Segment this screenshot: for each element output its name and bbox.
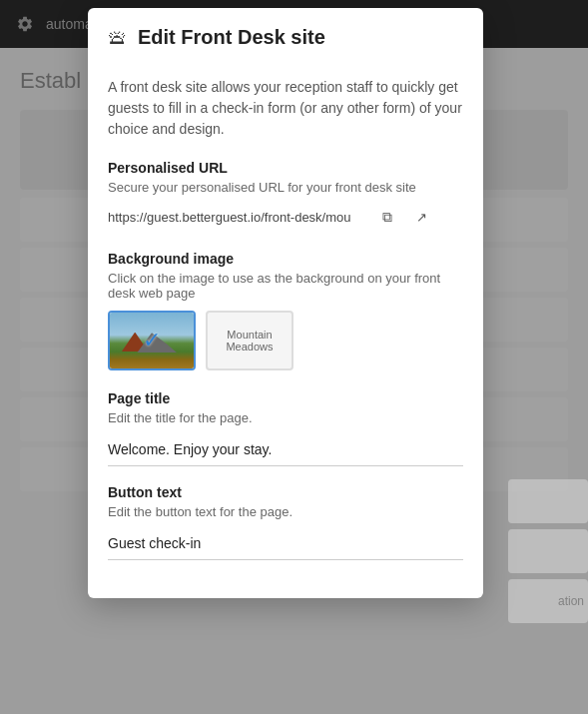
modal-edit-front-desk: 🛎 Edit Front Desk site A front desk site…: [88, 8, 483, 598]
copy-icon: ⧉: [382, 209, 392, 226]
page-title-label: Page title: [108, 390, 463, 406]
bg-right-3-text: ation: [558, 594, 584, 608]
page-title-section: Page title Edit the title for the page.: [108, 390, 463, 466]
bg-right-1: [508, 479, 588, 523]
modal-description: A front desk site allows your reception …: [108, 63, 463, 140]
background-image-section: Background image Click on the image to u…: [108, 251, 463, 370]
personalised-url-label: Personalised URL: [108, 160, 463, 176]
modal-body: A front desk site allows your reception …: [88, 63, 483, 598]
personalised-url-sublabel: Secure your personalised URL for your fr…: [108, 180, 463, 195]
bell-icon: 🛎: [108, 26, 128, 49]
button-text-sublabel: Edit the button text for the page.: [108, 504, 463, 519]
image-options: ✓ Mountain Meadows: [108, 311, 463, 370]
button-text-label: Button text: [108, 484, 463, 500]
personalised-url-section: Personalised URL Secure your personalise…: [108, 160, 463, 231]
open-url-button[interactable]: ↗: [407, 203, 435, 231]
background-image-sublabel: Click on the image to use as the backgro…: [108, 271, 463, 301]
copy-url-button[interactable]: ⧉: [373, 203, 401, 231]
url-row: https://guest.betterguest.io/front-desk/…: [108, 203, 463, 231]
modal-title: Edit Front Desk site: [138, 26, 325, 49]
background-image-label: Background image: [108, 251, 463, 267]
image-option-text-label: Mountain Meadows: [208, 325, 292, 357]
image-option-mountain-text[interactable]: Mountain Meadows: [206, 311, 294, 370]
button-text-section: Button text Edit the button text for the…: [108, 484, 463, 560]
page-title-input[interactable]: [108, 433, 463, 466]
page-title-sublabel: Edit the title for the page.: [108, 410, 463, 425]
right-sidebar-ghost: ation: [508, 479, 588, 629]
button-text-input[interactable]: [108, 527, 463, 560]
image-option-mountain-photo[interactable]: ✓: [108, 311, 196, 370]
bg-right-3: ation: [508, 579, 588, 623]
checkmark-icon: ✓: [143, 328, 161, 354]
url-text: https://guest.betterguest.io/front-desk/…: [108, 210, 367, 225]
bg-right-2: [508, 529, 588, 573]
modal-header: 🛎 Edit Front Desk site: [88, 8, 483, 63]
external-link-icon: ↗: [416, 210, 427, 225]
